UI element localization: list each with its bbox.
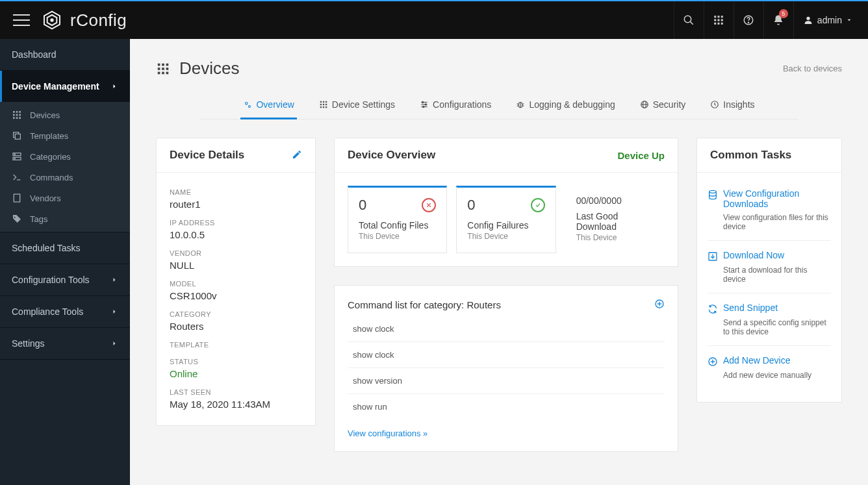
clock-icon <box>710 100 719 109</box>
brand-name: rConfig <box>70 10 127 31</box>
svg-rect-44 <box>162 71 164 74</box>
task-item: Download Now Start a download for this d… <box>708 241 831 293</box>
sidebar-item-label: Vendors <box>30 193 61 203</box>
svg-rect-22 <box>19 114 21 116</box>
grid-icon <box>12 110 22 120</box>
tab-logging-debugging[interactable]: Logging & debugging <box>513 93 617 119</box>
task-view-config-downloads[interactable]: View Configuration Downloads <box>708 188 831 209</box>
add-command-button[interactable] <box>654 299 665 311</box>
detail-value-vendor: NULL <box>170 260 302 271</box>
tab-configurations[interactable]: Configurations <box>417 93 494 119</box>
command-item[interactable]: show version <box>348 368 665 394</box>
brand-logo-icon <box>42 10 62 31</box>
task-title: Download Now <box>723 250 784 260</box>
task-item: Add New Device Add new device manually <box>708 346 831 389</box>
command-list-card: Command list for category: Routers show … <box>334 285 678 452</box>
sidebar-subitem-templates[interactable]: Templates <box>0 125 130 146</box>
tab-label: Overview <box>256 99 294 110</box>
tab-label: Logging & debugging <box>529 99 615 110</box>
page-title: Devices <box>156 58 239 79</box>
sidebar-item-settings[interactable]: Settings <box>0 328 130 359</box>
chevron-right-icon <box>110 276 118 284</box>
sidebar-subitem-devices[interactable]: Devices <box>0 105 130 125</box>
detail-value-category: Routers <box>170 321 302 332</box>
stat-title: Config Failures <box>467 220 544 230</box>
svg-point-61 <box>425 104 426 105</box>
sidebar-item-scheduled-tasks[interactable]: Scheduled Tasks <box>0 232 130 264</box>
check-icon <box>531 198 545 212</box>
sidebar-item-label: Devices <box>30 110 60 120</box>
sidebar-subitem-tags[interactable]: Tags <box>0 208 130 229</box>
svg-point-46 <box>246 103 248 105</box>
tab-security[interactable]: Security <box>637 93 689 119</box>
svg-line-68 <box>522 106 524 106</box>
back-to-devices-link[interactable]: Back to devices <box>783 64 842 73</box>
device-overview-card: Device Overview Device Up 0 Total Config… <box>334 138 678 267</box>
stat-subtitle: This Device <box>576 233 654 242</box>
download-icon <box>708 251 718 262</box>
task-add-new-device[interactable]: Add New Device <box>708 355 831 367</box>
task-send-snippet[interactable]: Send Snippet <box>708 303 831 314</box>
detail-label: CATEGORY <box>170 310 302 318</box>
top-actions: 5 admin <box>674 1 862 39</box>
bug-icon <box>516 100 525 109</box>
user-menu[interactable]: admin <box>793 1 862 39</box>
card-title: Device Overview <box>348 149 435 162</box>
svg-rect-12 <box>718 23 720 25</box>
help-button[interactable] <box>734 1 763 39</box>
detail-label: IP ADDRESS <box>170 219 302 227</box>
database-icon <box>708 190 718 200</box>
sidebar-item-label: Templates <box>30 131 68 141</box>
sidebar-item-configuration-tools[interactable]: Configuration Tools <box>0 264 130 295</box>
apps-button[interactable] <box>704 1 734 39</box>
detail-label: MODEL <box>170 280 302 288</box>
tab-device-settings[interactable]: Device Settings <box>316 93 398 119</box>
tab-label: Device Settings <box>332 99 395 110</box>
tab-insights[interactable]: Insights <box>708 93 757 119</box>
svg-rect-13 <box>721 23 723 25</box>
notifications-button[interactable]: 5 <box>763 1 793 39</box>
tab-label: Security <box>653 99 686 110</box>
view-configurations-link[interactable]: View configurations » <box>348 429 428 438</box>
menu-toggle[interactable] <box>13 14 30 26</box>
task-download-now[interactable]: Download Now <box>708 250 831 262</box>
svg-line-67 <box>517 106 518 106</box>
sidebar-item-device-management[interactable]: Device Management <box>0 71 130 102</box>
svg-rect-54 <box>320 106 322 108</box>
task-title: Add New Device <box>723 355 791 366</box>
search-button[interactable] <box>674 1 704 39</box>
stat-title: Total Config Files <box>359 220 436 230</box>
command-item[interactable]: show clock <box>348 342 665 368</box>
svg-rect-9 <box>718 19 720 21</box>
terminal-icon <box>12 172 22 182</box>
svg-rect-39 <box>166 63 169 66</box>
gears-icon <box>243 100 252 109</box>
svg-line-66 <box>522 104 524 105</box>
command-item[interactable]: show run <box>348 394 665 419</box>
sidebar-item-compliance-tools[interactable]: Compliance Tools <box>0 296 130 327</box>
svg-point-47 <box>249 105 251 107</box>
command-list: show clock show clock show version show … <box>348 316 665 419</box>
command-item[interactable]: show clock <box>348 316 665 342</box>
refresh-icon <box>708 304 718 314</box>
notifications-count: 5 <box>779 9 788 18</box>
svg-line-4 <box>691 22 693 25</box>
svg-rect-20 <box>13 114 15 116</box>
chevron-right-icon <box>110 308 118 316</box>
edit-device-button[interactable] <box>292 149 302 162</box>
common-tasks-card: Common Tasks View Configuration Download… <box>696 138 842 403</box>
building-icon <box>12 193 22 203</box>
svg-rect-8 <box>715 19 717 21</box>
device-details-card: Device Details NAMErouter1 IP ADDRESS10.… <box>156 138 316 426</box>
sidebar-subitem-categories[interactable]: Categories <box>0 146 130 167</box>
sidebar-subitem-commands[interactable]: Commands <box>0 167 130 188</box>
svg-rect-49 <box>323 101 324 103</box>
sidebar-item-dashboard[interactable]: Dashboard <box>0 39 130 70</box>
detail-value-last-seen: May 18, 2020 11:43AM <box>170 399 302 410</box>
svg-rect-43 <box>158 71 160 74</box>
tab-overview[interactable]: Overview <box>240 93 296 119</box>
task-description: Send a specific config snippet to this d… <box>723 318 831 336</box>
sidebar-subitem-vendors[interactable]: Vendors <box>0 188 130 208</box>
task-description: View configuration files for this device <box>723 213 831 231</box>
svg-rect-41 <box>162 68 164 70</box>
